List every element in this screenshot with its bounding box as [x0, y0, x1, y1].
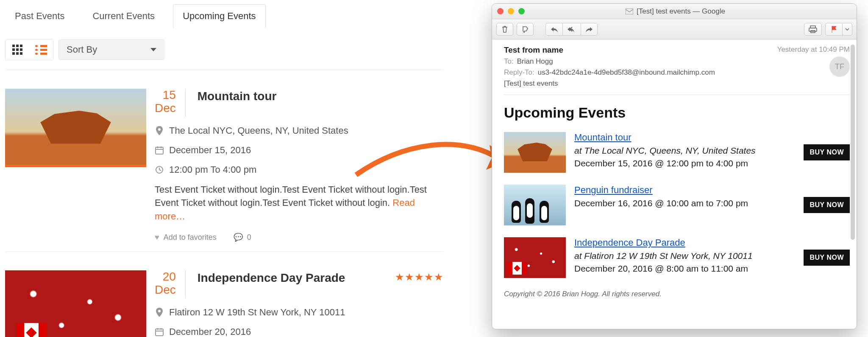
trash-icon: [501, 25, 508, 33]
mail-to-line: To:Brian Hogg: [504, 57, 777, 66]
email-event-title-link[interactable]: Independence Day Parade: [574, 237, 791, 248]
scrollbar-thumb[interactable]: [851, 45, 855, 240]
reply-button[interactable]: [545, 23, 562, 36]
forward-icon: [585, 26, 593, 32]
list-view-button[interactable]: [29, 39, 53, 60]
events-listing: Past Events Current Events Upcoming Even…: [5, 0, 444, 337]
print-button[interactable]: [804, 23, 822, 36]
close-window-button[interactable]: [497, 8, 504, 14]
window-titlebar[interactable]: [Test] test events — Google: [492, 4, 857, 19]
calendar-icon: [155, 146, 164, 155]
event-date-chip: 15 Dec: [155, 89, 186, 117]
listing-toolbar: Sort By: [5, 39, 444, 60]
event-date-line: December 15, 2016: [155, 145, 444, 156]
svg-rect-5: [156, 329, 163, 336]
reply-icon: [551, 26, 558, 32]
speech-bubble-icon: 💬: [234, 233, 243, 242]
event-date-chip: 20 Dec: [155, 270, 186, 298]
buy-now-button[interactable]: BUY NOW: [804, 144, 850, 160]
window-title: [Test] test events — Google: [637, 7, 725, 16]
mail-subject-line: [Test] test events: [504, 79, 777, 88]
email-event-thumbnail[interactable]: [504, 237, 566, 278]
email-event-datetime: December 16, 2016 @ 10:00 am to 7:00 pm: [574, 198, 791, 208]
event-thumbnail[interactable]: [5, 270, 146, 337]
avatar: TF: [829, 56, 850, 77]
reply-all-button[interactable]: [562, 23, 581, 36]
calendar-icon: [155, 327, 164, 337]
mail-body[interactable]: Test from name To:Brian Hogg Reply-To:us…: [492, 39, 857, 329]
tab-past-events[interactable]: Past Events: [5, 4, 74, 28]
event-time-line: 12:00 pm To 4:00 pm: [155, 164, 444, 175]
mail-toolbar: [492, 19, 857, 39]
clock-icon: [155, 165, 164, 174]
divider: [504, 95, 850, 95]
email-event-row: Mountain tour at The Local NYC, Queens, …: [504, 132, 850, 173]
tabs-row: Past Events Current Events Upcoming Even…: [5, 0, 444, 28]
location-pin-icon: [155, 126, 164, 135]
mail-window: [Test] test events — Google: [492, 3, 857, 329]
envelope-icon: [626, 8, 633, 14]
grid-view-button[interactable]: [6, 39, 29, 60]
printer-icon: [809, 25, 817, 33]
mail-heading: Upcoming Events: [504, 104, 850, 121]
event-description: Test Event Ticket without login.Test Eve…: [155, 183, 444, 224]
view-toggle: [5, 39, 53, 60]
svg-rect-0: [156, 147, 163, 154]
email-event-row: Penguin fundraiser December 16, 2016 @ 1…: [504, 185, 850, 225]
reply-group: [545, 23, 598, 36]
email-event-thumbnail[interactable]: [504, 185, 566, 225]
flag-group: [825, 23, 852, 36]
location-pin-icon: [155, 308, 164, 317]
tab-current-events[interactable]: Current Events: [83, 4, 164, 28]
event-card: 15 Dec Mountain tour The Local NYC, Quee…: [5, 70, 444, 242]
maximize-window-button[interactable]: [518, 8, 525, 14]
email-event-location: at The Local NYC, Queens, NY, United Sta…: [574, 146, 791, 156]
email-event-datetime: December 20, 2016 @ 8:00 am to 11:00 am: [574, 264, 791, 274]
grid-icon: [12, 45, 22, 55]
minimize-window-button[interactable]: [508, 8, 514, 14]
sort-by-label: Sort By: [67, 44, 97, 55]
email-event-datetime: December 15, 2016 @ 12:00 pm to 4:00 pm: [574, 158, 791, 168]
event-title[interactable]: Mountain tour: [196, 89, 277, 103]
email-event-thumbnail[interactable]: [504, 132, 566, 173]
junk-button[interactable]: [517, 23, 534, 36]
event-title[interactable]: Independence Day Parade: [196, 270, 345, 285]
thumbs-down-icon: [521, 26, 529, 33]
reply-all-icon: [567, 26, 576, 32]
comments-count[interactable]: 💬0: [234, 233, 251, 242]
list-icon: [35, 45, 47, 55]
email-event-location: at Flatiron 12 W 19th St New York, NY 10…: [574, 251, 791, 261]
event-location: Flatiron 12 W 19th St New York, NY 10011: [155, 307, 444, 318]
email-event-row: Independence Day Parade at Flatiron 12 W…: [504, 237, 850, 278]
scrollbar[interactable]: [850, 45, 856, 326]
chevron-down-icon: [150, 48, 156, 51]
tab-upcoming-events[interactable]: Upcoming Events: [173, 4, 265, 28]
sort-by-dropdown[interactable]: Sort By: [58, 39, 164, 60]
chevron-down-icon: [845, 28, 849, 31]
event-card: 20 Dec Independence Day Parade ★★★★★ Fla…: [5, 251, 444, 337]
flag-menu-button[interactable]: [842, 23, 852, 36]
mail-from: Test from name: [504, 45, 777, 55]
delete-button[interactable]: [496, 23, 513, 36]
flag-button[interactable]: [825, 23, 842, 36]
mail-timestamp: Yesterday at 10:49 PM: [777, 45, 850, 54]
event-location: The Local NYC, Queens, NY, United States: [155, 125, 444, 136]
heart-icon: ♥: [155, 233, 159, 242]
svg-rect-13: [809, 28, 817, 31]
flag-icon: [831, 25, 837, 33]
mail-reply-to-line: Reply-To:us3-42bdc24a1e-4d9ebd5f38@inbou…: [504, 68, 777, 77]
event-thumbnail[interactable]: [5, 89, 146, 167]
window-controls: [497, 8, 525, 14]
event-date-line: December 20, 2016: [155, 326, 444, 337]
email-event-title-link[interactable]: Penguin fundraiser: [574, 185, 791, 196]
add-to-favorites[interactable]: ♥Add to favorites: [155, 233, 217, 242]
star-rating: ★★★★★: [395, 270, 444, 283]
event-card-footer: ♥Add to favorites 💬0: [155, 233, 444, 242]
buy-now-button[interactable]: BUY NOW: [804, 250, 850, 266]
email-copyright: Copyright © 2016 Brian Hogg. All rights …: [504, 290, 850, 298]
buy-now-button[interactable]: BUY NOW: [804, 197, 850, 213]
forward-button[interactable]: [581, 23, 598, 36]
email-event-title-link[interactable]: Mountain tour: [574, 132, 791, 143]
svg-rect-11: [626, 8, 633, 14]
